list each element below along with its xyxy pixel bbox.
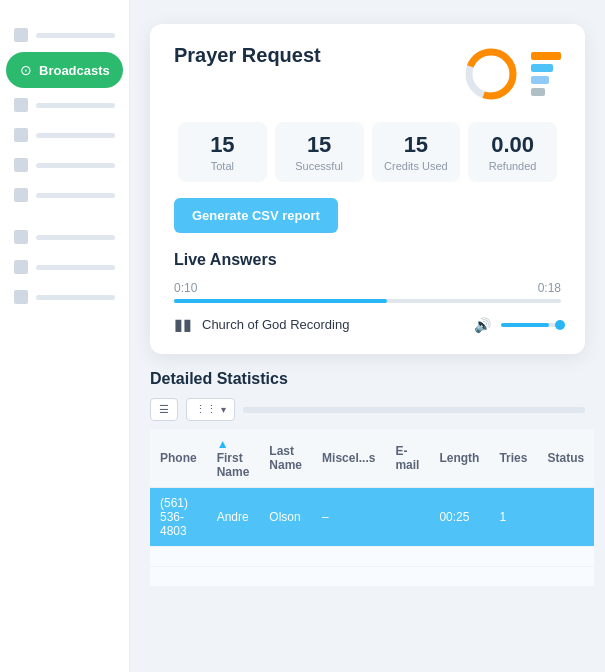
stat-credits-label: Credits Used	[378, 160, 455, 172]
audio-progress-bar-bg[interactable]	[174, 299, 561, 303]
columns-icon: ⋮⋮	[195, 403, 217, 416]
cell-first-name: Andre	[207, 488, 260, 547]
stat-refunded-value: 0.00	[474, 132, 551, 158]
table-head: Phone ▲ First Name Last Name Miscel...s …	[150, 429, 594, 488]
cell-tries: 1	[489, 488, 537, 547]
col-tries[interactable]: Tries	[489, 429, 537, 488]
stat-successful-label: Sucessful	[281, 160, 358, 172]
stat-refunded: 0.00 Refunded	[468, 122, 557, 182]
audio-time-end: 0:18	[538, 281, 561, 295]
legend-bar-3	[531, 76, 549, 84]
placeholder-icon-6	[14, 230, 28, 244]
sidebar-broadcasts-label: Broadcasts	[39, 63, 110, 78]
cell-misc: –	[312, 488, 385, 547]
legend-bar-1	[531, 52, 561, 60]
donut-chart	[461, 44, 521, 104]
placeholder-icon-7	[14, 260, 28, 274]
volume-slider-fill	[501, 323, 549, 327]
placeholder-line-4	[36, 163, 115, 168]
placeholder-line-2	[36, 103, 115, 108]
sidebar-item-broadcasts[interactable]: ⊙ Broadcasts	[6, 52, 123, 88]
sidebar-item-placeholder-2	[0, 90, 129, 120]
placeholder-line-7	[36, 265, 115, 270]
cell-status	[537, 488, 594, 547]
table-row-placeholder-2	[150, 567, 594, 587]
col-status[interactable]: Status	[537, 429, 594, 488]
data-table: Phone ▲ First Name Last Name Miscel...s …	[150, 429, 594, 587]
col-length[interactable]: Length	[429, 429, 489, 488]
cell-last-name: Olson	[259, 488, 312, 547]
table-filter-bar	[243, 407, 585, 413]
audio-time-row: 0:10 0:18	[174, 281, 561, 295]
sidebar-item-placeholder-4	[0, 150, 129, 180]
stat-successful: 15 Sucessful	[275, 122, 364, 182]
sidebar: ⊙ Broadcasts	[0, 0, 130, 672]
placeholder-icon-1	[14, 28, 28, 42]
stat-refunded-label: Refunded	[474, 160, 551, 172]
cell-length: 00:25	[429, 488, 489, 547]
table-filter-btn[interactable]: ☰	[150, 398, 178, 421]
generate-csv-button[interactable]: Generate CSV report	[174, 198, 338, 233]
donut-area	[461, 44, 561, 104]
placeholder-line-1	[36, 33, 115, 38]
stat-total-value: 15	[184, 132, 261, 158]
table-controls: ☰ ⋮⋮ ▾	[150, 398, 585, 421]
stat-successful-value: 15	[281, 132, 358, 158]
placeholder-icon-3	[14, 128, 28, 142]
audio-time-start: 0:10	[174, 281, 197, 295]
broadcast-icon: ⊙	[20, 62, 32, 78]
placeholder-icon-5	[14, 188, 28, 202]
stat-credits-value: 15	[378, 132, 455, 158]
legend-bars	[531, 52, 561, 96]
table-body: (561) 536-4803 Andre Olson – 00:25 1	[150, 488, 594, 587]
volume-slider[interactable]	[501, 323, 561, 327]
detailed-stats-section: Detailed Statistics ☰ ⋮⋮ ▾ Phone ▲	[150, 370, 585, 587]
placeholder-icon-4	[14, 158, 28, 172]
stats-row: 15 Total 15 Sucessful 15 Credits Used 0.…	[174, 122, 561, 182]
prayer-request-card: Prayer Request 15	[150, 24, 585, 354]
volume-knob	[555, 320, 565, 330]
col-email[interactable]: E-mail	[385, 429, 429, 488]
columns-label: ▾	[221, 404, 226, 415]
col-first-name[interactable]: ▲ First Name	[207, 429, 260, 488]
legend-bar-2	[531, 64, 553, 72]
cell-phone: (561) 536-4803	[150, 488, 207, 547]
placeholder-icon-8	[14, 290, 28, 304]
audio-player-row: ▮▮ Church of God Recording 🔊	[174, 315, 561, 334]
table-header-row: Phone ▲ First Name Last Name Miscel...s …	[150, 429, 594, 488]
placeholder-line-3	[36, 133, 115, 138]
cell-email	[385, 488, 429, 547]
legend-bar-4	[531, 88, 545, 96]
sidebar-item-placeholder-3	[0, 120, 129, 150]
card-title: Prayer Request	[174, 44, 321, 67]
col-last-name[interactable]: Last Name	[259, 429, 312, 488]
table-columns-btn[interactable]: ⋮⋮ ▾	[186, 398, 235, 421]
placeholder-icon-2	[14, 98, 28, 112]
live-answers-title: Live Answers	[174, 251, 561, 269]
sidebar-item-placeholder-1	[0, 20, 129, 50]
detailed-stats-title: Detailed Statistics	[150, 370, 585, 388]
main-content: Prayer Request 15	[130, 0, 605, 672]
table-row[interactable]: (561) 536-4803 Andre Olson – 00:25 1	[150, 488, 594, 547]
sort-up-icon: ▲	[217, 437, 229, 451]
sidebar-item-placeholder-6	[0, 222, 129, 252]
audio-track-label: Church of God Recording	[202, 317, 464, 332]
col-phone[interactable]: Phone	[150, 429, 207, 488]
filter-icon: ☰	[159, 403, 169, 416]
placeholder-line-6	[36, 235, 115, 240]
placeholder-line-8	[36, 295, 115, 300]
sidebar-item-placeholder-5	[0, 180, 129, 210]
col-misc[interactable]: Miscel...s	[312, 429, 385, 488]
stat-credits: 15 Credits Used	[372, 122, 461, 182]
pause-button[interactable]: ▮▮	[174, 315, 192, 334]
stat-total-label: Total	[184, 160, 261, 172]
sidebar-item-placeholder-8	[0, 282, 129, 312]
card-header: Prayer Request	[174, 44, 561, 104]
sidebar-item-placeholder-7	[0, 252, 129, 282]
stat-total: 15 Total	[178, 122, 267, 182]
live-answers-section: Live Answers 0:10 0:18 ▮▮ Church of God …	[174, 251, 561, 334]
audio-progress-bar-fill	[174, 299, 387, 303]
placeholder-line-5	[36, 193, 115, 198]
table-row-placeholder-1	[150, 547, 594, 567]
volume-icon[interactable]: 🔊	[474, 317, 491, 333]
